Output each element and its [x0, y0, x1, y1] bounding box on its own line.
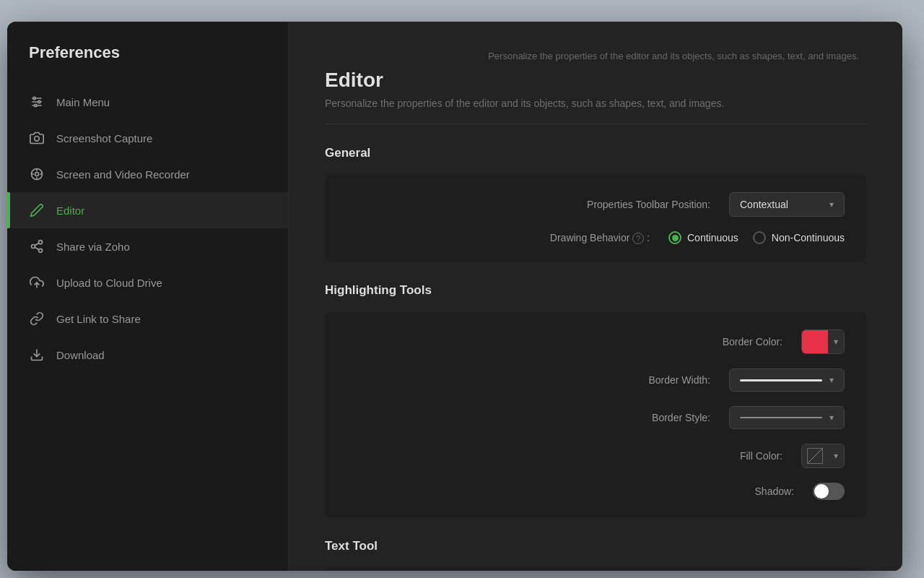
radio-label-continuous: Continuous — [687, 232, 738, 243]
border-width-chevron-icon: ▾ — [829, 375, 834, 385]
video-icon — [29, 166, 45, 182]
toolbar-position-row: Properties Toolbar Position: Contextual … — [346, 192, 845, 217]
svg-point-5 — [35, 104, 37, 106]
drawing-behavior-help-icon[interactable]: ? — [632, 233, 644, 244]
radio-label-non-continuous: Non-Continuous — [772, 232, 845, 243]
sidebar-label-download: Download — [56, 349, 105, 361]
border-width-row: Border Width: ▾ — [346, 368, 845, 392]
app-window: Preferences Main Menu — [7, 22, 902, 571]
shadow-label: Shadow: — [755, 486, 794, 497]
svg-line-16 — [35, 247, 39, 249]
sidebar-item-share-zoho[interactable]: Share via Zoho — [7, 228, 288, 264]
toolbar-position-dropdown[interactable]: Contextual ▾ — [729, 192, 845, 217]
sidebar-item-screen-video-recorder[interactable]: Screen and Video Recorder — [7, 156, 288, 192]
border-width-label: Border Width: — [648, 374, 710, 386]
text-tool-body: Text Color: ▾ — [325, 568, 866, 571]
sidebar-item-editor[interactable]: Editor — [7, 192, 288, 228]
fill-color-btn[interactable]: ▾ — [801, 444, 845, 468]
sidebar-label-editor: Editor — [56, 204, 84, 217]
text-tool-section: Text Tool Text Color: ▾ — [325, 539, 866, 571]
camera-icon — [29, 130, 45, 146]
radio-non-continuous[interactable]: Non-Continuous — [753, 231, 845, 244]
fill-color-swatch — [802, 444, 828, 467]
fill-color-transparent-indicator — [807, 448, 823, 464]
border-color-btn[interactable]: ▾ — [801, 329, 845, 354]
svg-point-15 — [39, 249, 43, 252]
border-style-chevron-icon: ▾ — [829, 413, 834, 423]
text-tool-title: Text Tool — [325, 539, 866, 553]
drawing-behavior-radio-group: Continuous Non-Continuous — [668, 231, 845, 244]
general-section-title: General — [325, 146, 866, 160]
toolbar-position-value: Contextual — [740, 199, 788, 210]
border-width-dropdown[interactable]: ▾ — [729, 368, 845, 392]
svg-point-4 — [38, 100, 40, 103]
general-section-body: Properties Toolbar Position: Contextual … — [325, 175, 866, 262]
border-style-label: Border Style: — [652, 412, 710, 423]
sidebar-item-upload-cloud[interactable]: Upload to Cloud Drive — [7, 264, 288, 301]
main-content: Personalize the properties of the editor… — [289, 22, 902, 571]
sidebar-label-screen-video: Screen and Video Recorder — [56, 168, 190, 181]
cloud-icon — [29, 275, 45, 290]
svg-point-13 — [39, 241, 43, 244]
highlighting-tools-body: Border Color: ▾ Border Width: ▾ — [325, 312, 866, 517]
sliders-icon — [29, 94, 45, 110]
svg-point-6 — [35, 137, 40, 142]
sidebar-item-screenshot-capture[interactable]: Screenshot Capture — [7, 120, 288, 156]
top-note: Personalize the properties of the editor… — [325, 51, 866, 61]
shadow-toggle[interactable] — [813, 483, 845, 500]
sidebar-item-download[interactable]: Download — [7, 337, 288, 373]
border-color-swatch — [802, 330, 828, 353]
shadow-row: Shadow: — [346, 483, 845, 500]
fill-color-chevron-icon: ▾ — [828, 444, 844, 467]
border-style-row: Border Style: ▾ — [346, 406, 845, 429]
border-color-chevron-icon: ▾ — [828, 330, 844, 353]
border-width-line — [740, 379, 822, 381]
edit-icon — [29, 202, 45, 218]
sidebar-title: Preferences — [7, 43, 288, 84]
radio-circle-non-continuous — [753, 231, 766, 244]
chevron-down-icon: ▾ — [829, 199, 834, 210]
svg-point-14 — [32, 245, 35, 249]
sidebar-item-get-link[interactable]: Get Link to Share — [7, 301, 288, 337]
border-color-row: Border Color: ▾ — [346, 329, 845, 354]
sidebar-label-upload-cloud: Upload to Cloud Drive — [56, 277, 162, 289]
highlighting-tools-section: Highlighting Tools Border Color: ▾ Borde… — [325, 283, 866, 517]
radio-continuous[interactable]: Continuous — [668, 231, 738, 244]
toolbar-position-label: Properties Toolbar Position: — [587, 199, 710, 210]
sidebar-label-main-menu: Main Menu — [56, 96, 110, 108]
drawing-behavior-row: Drawing Behavior ? : Continuous Non-Cont… — [346, 231, 845, 244]
svg-line-17 — [35, 243, 39, 245]
sidebar-label-screenshot: Screenshot Capture — [56, 132, 152, 144]
radio-circle-continuous — [668, 231, 681, 244]
link-icon — [29, 311, 45, 327]
sidebar-item-main-menu[interactable]: Main Menu — [7, 84, 288, 120]
highlighting-tools-title: Highlighting Tools — [325, 283, 866, 298]
drawing-behavior-label: Drawing Behavior ? : — [550, 232, 650, 244]
sidebar-label-share-zoho: Share via Zoho — [56, 241, 130, 253]
page-title: Editor — [325, 69, 866, 92]
fill-color-label: Fill Color: — [740, 450, 783, 462]
border-style-line — [740, 417, 822, 418]
border-style-dropdown[interactable]: ▾ — [729, 406, 845, 429]
page-subtitle: Personalize the properties of the editor… — [325, 98, 866, 124]
fill-color-row: Fill Color: ▾ — [346, 444, 845, 468]
sidebar: Preferences Main Menu — [7, 22, 289, 571]
svg-point-8 — [35, 173, 39, 176]
toggle-knob — [814, 484, 829, 499]
sidebar-label-get-link: Get Link to Share — [56, 313, 141, 325]
svg-point-3 — [33, 97, 35, 99]
share-icon — [29, 238, 45, 254]
border-color-label: Border Color: — [723, 336, 783, 348]
download-icon — [29, 347, 45, 363]
general-section: General Properties Toolbar Position: Con… — [325, 146, 866, 262]
